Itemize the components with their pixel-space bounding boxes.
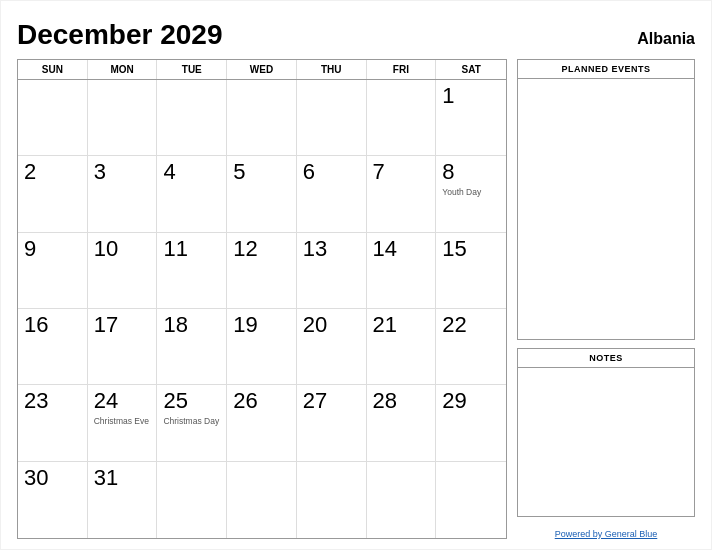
cal-cell: 29 xyxy=(436,385,506,461)
cal-cell: 11 xyxy=(157,233,227,309)
planned-events-content xyxy=(518,79,694,339)
day-number: 5 xyxy=(233,160,290,184)
event-label: Christmas Day xyxy=(163,416,220,426)
cal-cell: 3 xyxy=(88,156,158,232)
day-number: 2 xyxy=(24,160,81,184)
cal-cell: 19 xyxy=(227,309,297,385)
cal-cell: 28 xyxy=(367,385,437,461)
cal-cell: 2 xyxy=(18,156,88,232)
cal-cell: 27 xyxy=(297,385,367,461)
cal-cell xyxy=(18,80,88,156)
calendar-grid: 12345678Youth Day91011121314151617181920… xyxy=(18,80,506,538)
planned-events-title: PLANNED EVENTS xyxy=(518,60,694,79)
powered-by: Powered by General Blue xyxy=(517,529,695,539)
cal-cell: 13 xyxy=(297,233,367,309)
day-number: 24 xyxy=(94,389,151,413)
day-number: 19 xyxy=(233,313,290,337)
day-number: 23 xyxy=(24,389,81,413)
powered-by-link[interactable]: Powered by General Blue xyxy=(555,529,658,539)
day-number: 27 xyxy=(303,389,360,413)
cal-cell: 25Christmas Day xyxy=(157,385,227,461)
cal-cell: 20 xyxy=(297,309,367,385)
day-number: 22 xyxy=(442,313,500,337)
cal-cell xyxy=(367,80,437,156)
day-number: 16 xyxy=(24,313,81,337)
cal-cell: 9 xyxy=(18,233,88,309)
day-number: 10 xyxy=(94,237,151,261)
day-number: 11 xyxy=(163,237,220,261)
cal-cell xyxy=(367,462,437,538)
day-number: 6 xyxy=(303,160,360,184)
cal-cell: 26 xyxy=(227,385,297,461)
cal-cell xyxy=(297,80,367,156)
day-number: 21 xyxy=(373,313,430,337)
cal-cell xyxy=(227,462,297,538)
day-number: 12 xyxy=(233,237,290,261)
cal-cell xyxy=(297,462,367,538)
cal-cell xyxy=(88,80,158,156)
cal-cell: 6 xyxy=(297,156,367,232)
cal-cell xyxy=(157,462,227,538)
country-label: Albania xyxy=(637,30,695,48)
cal-cell: 4 xyxy=(157,156,227,232)
cal-cell: 18 xyxy=(157,309,227,385)
cal-cell: 7 xyxy=(367,156,437,232)
cal-cell: 30 xyxy=(18,462,88,538)
day-number: 17 xyxy=(94,313,151,337)
main-content: SUNMONTUEWEDTHUFRISAT 12345678Youth Day9… xyxy=(17,59,695,539)
cal-cell: 21 xyxy=(367,309,437,385)
day-number: 13 xyxy=(303,237,360,261)
day-number: 26 xyxy=(233,389,290,413)
page-title: December 2029 xyxy=(17,19,222,51)
day-header-sun: SUN xyxy=(18,60,88,79)
cal-cell: 22 xyxy=(436,309,506,385)
cal-cell xyxy=(157,80,227,156)
cal-cell xyxy=(436,462,506,538)
day-number: 7 xyxy=(373,160,430,184)
notes-box: NOTES xyxy=(517,348,695,517)
notes-content xyxy=(518,368,694,516)
cal-cell: 23 xyxy=(18,385,88,461)
day-header-mon: MON xyxy=(88,60,158,79)
cal-cell: 12 xyxy=(227,233,297,309)
cal-cell: 8Youth Day xyxy=(436,156,506,232)
day-number: 25 xyxy=(163,389,220,413)
day-number: 1 xyxy=(442,84,500,108)
event-label: Youth Day xyxy=(442,187,500,197)
page: December 2029 Albania SUNMONTUEWEDTHUFRI… xyxy=(1,1,711,549)
day-number: 14 xyxy=(373,237,430,261)
day-header-sat: SAT xyxy=(436,60,506,79)
day-number: 8 xyxy=(442,160,500,184)
day-number: 31 xyxy=(94,466,151,490)
header: December 2029 Albania xyxy=(17,19,695,51)
day-number: 20 xyxy=(303,313,360,337)
cal-cell xyxy=(227,80,297,156)
day-header-thu: THU xyxy=(297,60,367,79)
cal-cell: 24Christmas Eve xyxy=(88,385,158,461)
day-header-tue: TUE xyxy=(157,60,227,79)
cal-cell: 31 xyxy=(88,462,158,538)
sidebar: PLANNED EVENTS NOTES Powered by General … xyxy=(517,59,695,539)
day-number: 4 xyxy=(163,160,220,184)
cal-cell: 17 xyxy=(88,309,158,385)
day-number: 30 xyxy=(24,466,81,490)
cal-cell: 10 xyxy=(88,233,158,309)
day-headers: SUNMONTUEWEDTHUFRISAT xyxy=(18,60,506,80)
planned-events-box: PLANNED EVENTS xyxy=(517,59,695,340)
cal-cell: 5 xyxy=(227,156,297,232)
day-header-fri: FRI xyxy=(367,60,437,79)
day-number: 3 xyxy=(94,160,151,184)
notes-title: NOTES xyxy=(518,349,694,368)
cal-cell: 1 xyxy=(436,80,506,156)
cal-cell: 14 xyxy=(367,233,437,309)
day-header-wed: WED xyxy=(227,60,297,79)
day-number: 15 xyxy=(442,237,500,261)
cal-cell: 15 xyxy=(436,233,506,309)
event-label: Christmas Eve xyxy=(94,416,151,426)
day-number: 28 xyxy=(373,389,430,413)
day-number: 18 xyxy=(163,313,220,337)
cal-cell: 16 xyxy=(18,309,88,385)
day-number: 29 xyxy=(442,389,500,413)
calendar: SUNMONTUEWEDTHUFRISAT 12345678Youth Day9… xyxy=(17,59,507,539)
day-number: 9 xyxy=(24,237,81,261)
